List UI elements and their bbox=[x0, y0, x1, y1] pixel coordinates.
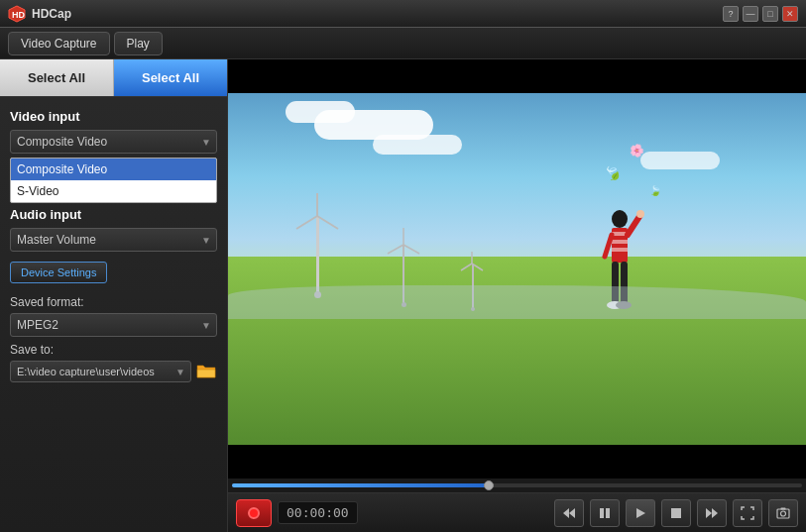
stop-button[interactable] bbox=[661, 499, 691, 527]
save-to-row: E:\video capture\user\videos ▼ bbox=[10, 361, 217, 382]
title-bar: HD HDCap ? — □ ✕ bbox=[0, 0, 806, 28]
video-black-bottom bbox=[228, 445, 806, 479]
video-input-dropdown: Composite Video S-Video bbox=[10, 158, 217, 203]
screenshot-button[interactable] bbox=[768, 499, 798, 527]
play-button[interactable] bbox=[626, 499, 655, 527]
video-area: 🍃 🌸 🍃 bbox=[228, 59, 806, 479]
fast-forward-end-button[interactable] bbox=[697, 499, 727, 527]
video-input-title: Video input bbox=[10, 109, 217, 124]
pause-button[interactable] bbox=[590, 499, 620, 527]
progress-bar-area[interactable] bbox=[228, 479, 806, 492]
select-all-button-left[interactable]: Select All bbox=[0, 59, 114, 96]
svg-marker-30 bbox=[712, 508, 718, 518]
progress-track[interactable] bbox=[232, 483, 802, 487]
title-bar-left: HD HDCap bbox=[8, 5, 71, 23]
svg-rect-26 bbox=[606, 508, 610, 518]
svg-point-32 bbox=[781, 511, 786, 516]
svg-point-17 bbox=[636, 210, 644, 218]
select-all-button-right[interactable]: Select AlI bbox=[114, 59, 227, 96]
right-panel: 🍃 🌸 🍃 00:00:00 bbox=[228, 59, 806, 532]
dropdown-item-composite[interactable]: Composite Video bbox=[11, 159, 216, 180]
audio-input-title: Audio input bbox=[10, 207, 217, 222]
select-all-row: Select All Select AlI bbox=[0, 59, 227, 97]
progress-fill bbox=[232, 483, 489, 487]
dropdown-item-svideo[interactable]: S-Video bbox=[11, 180, 216, 202]
svg-marker-29 bbox=[706, 508, 712, 518]
minimize-button[interactable]: — bbox=[743, 6, 758, 22]
progress-thumb[interactable] bbox=[484, 480, 494, 490]
svg-point-11 bbox=[612, 210, 628, 228]
rewind-start-button[interactable] bbox=[554, 499, 584, 527]
video-scene: 🍃 🌸 🍃 bbox=[228, 59, 806, 479]
svg-line-6 bbox=[403, 245, 419, 254]
svg-line-3 bbox=[317, 216, 338, 229]
app-logo: HD bbox=[8, 5, 26, 23]
menu-bar: Video Capture Play bbox=[0, 28, 806, 59]
svg-marker-24 bbox=[569, 508, 575, 518]
timecode-display: 00:00:00 bbox=[278, 501, 358, 524]
transport-bar: 00:00:00 bbox=[228, 492, 806, 532]
record-circle-icon bbox=[248, 507, 260, 519]
svg-rect-15 bbox=[612, 248, 628, 252]
left-panel: Select All Select AlI Video input Compos… bbox=[0, 59, 228, 532]
video-black-top bbox=[228, 59, 806, 93]
maximize-button[interactable]: □ bbox=[762, 6, 778, 22]
left-content: Video input Composite Video S-Video ▼ Co… bbox=[0, 97, 227, 532]
cloud-4 bbox=[640, 152, 720, 169]
audio-input-select[interactable]: Master Volume bbox=[10, 228, 217, 252]
svg-line-9 bbox=[472, 264, 483, 270]
svg-marker-27 bbox=[636, 508, 645, 518]
saved-format-select[interactable]: MPEG2 AVI MP4 bbox=[10, 313, 217, 337]
video-input-select-wrapper: Composite Video S-Video ▼ bbox=[10, 130, 217, 154]
app-title: HDCap bbox=[32, 7, 71, 21]
svg-rect-31 bbox=[777, 509, 789, 518]
svg-line-7 bbox=[388, 245, 403, 254]
window-controls: ? — □ ✕ bbox=[723, 6, 798, 22]
main-layout: Select All Select AlI Video input Compos… bbox=[0, 59, 806, 532]
close-button[interactable]: ✕ bbox=[782, 6, 798, 22]
svg-line-4 bbox=[296, 216, 317, 229]
menu-video-capture[interactable]: Video Capture bbox=[8, 32, 110, 55]
saved-format-label: Saved format: bbox=[10, 295, 217, 309]
folder-browse-button[interactable] bbox=[195, 361, 217, 382]
cloud-2 bbox=[286, 101, 355, 123]
svg-rect-14 bbox=[612, 240, 628, 244]
svg-marker-23 bbox=[563, 508, 569, 518]
save-to-path-input[interactable]: E:\video capture\user\videos bbox=[10, 361, 191, 382]
background-hills bbox=[228, 285, 806, 319]
svg-rect-25 bbox=[600, 508, 604, 518]
cloud-3 bbox=[373, 135, 462, 155]
svg-rect-28 bbox=[671, 508, 681, 518]
video-input-select[interactable]: Composite Video S-Video bbox=[10, 130, 217, 154]
svg-line-18 bbox=[605, 235, 612, 257]
svg-line-16 bbox=[628, 215, 640, 235]
svg-text:HD: HD bbox=[12, 10, 25, 20]
fullscreen-button[interactable] bbox=[733, 499, 762, 527]
save-to-label: Save to: bbox=[10, 343, 217, 357]
audio-input-select-wrapper: Master Volume ▼ bbox=[10, 228, 217, 252]
device-settings-button[interactable]: Device Settings bbox=[10, 262, 107, 283]
record-button[interactable] bbox=[236, 499, 272, 527]
svg-rect-33 bbox=[781, 507, 786, 509]
menu-play[interactable]: Play bbox=[114, 32, 163, 55]
svg-line-10 bbox=[461, 264, 472, 270]
help-button[interactable]: ? bbox=[723, 6, 739, 22]
saved-format-select-wrapper: MPEG2 AVI MP4 ▼ bbox=[10, 313, 217, 337]
leaf-3: 🍃 bbox=[649, 185, 661, 196]
